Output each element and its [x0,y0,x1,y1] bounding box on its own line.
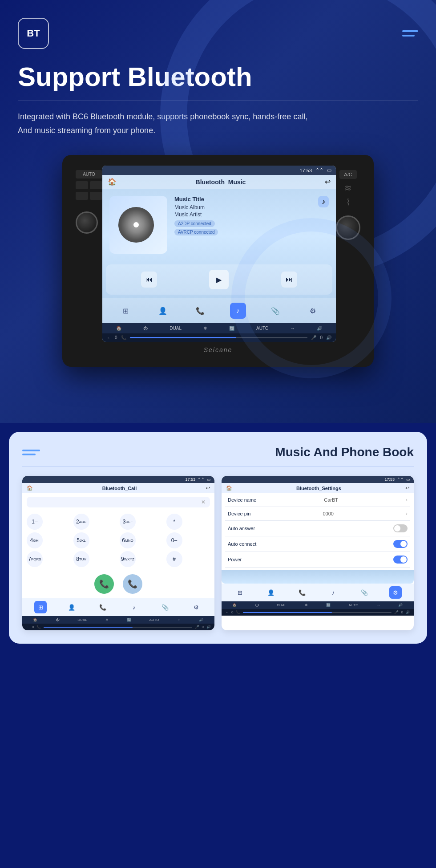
nav-clip-icon[interactable]: 📎 [267,303,283,319]
call-home-icon[interactable]: 🏠 [27,485,33,491]
mini-nav-gear[interactable]: ⚙ [190,601,202,613]
mini-nav-phone[interactable]: 📞 [97,601,109,613]
sys-home[interactable]: 🏠 [116,326,121,331]
mini-nav-grid[interactable]: ⊞ [34,601,47,613]
sys-frost[interactable]: ❄ [203,326,207,331]
cvb-phone: 📞 [36,625,41,629]
ss-arrow[interactable]: ↔ [377,603,380,607]
sn-contact[interactable]: 👤 [265,586,277,599]
sn-phone[interactable]: 📞 [296,586,308,599]
nav-phone-icon[interactable]: 📞 [192,303,208,319]
cvb-speaker[interactable]: 🔊 [206,625,211,629]
dial-star[interactable]: * [166,514,182,530]
device-pin-chevron[interactable]: › [406,511,408,517]
sys-arrow[interactable]: ↔ [291,326,295,331]
car-knob-left[interactable] [76,211,98,234]
card-divider [22,466,414,467]
dial-4[interactable]: 4GHI [27,532,43,548]
cs-home[interactable]: 🏠 [33,618,37,622]
dial-7[interactable]: 7PQRS [27,551,43,567]
settings-back-icon[interactable]: ↩ [405,485,409,491]
screen-navbar: 🏠 Bluetooth_Music ↩ [102,175,336,189]
settings-home-icon[interactable]: 🏠 [226,485,232,491]
ss-vol[interactable]: 🔊 [398,603,403,607]
call-back-icon[interactable]: ↩ [206,485,210,491]
car-knob-right[interactable] [336,215,360,240]
call-bottom-nav: ⊞ 👤 📞 ♪ 📎 ⚙ [22,598,214,616]
power-toggle[interactable] [393,556,408,564]
cvb-back[interactable]: ← [26,625,29,629]
ac-button[interactable]: A/C [339,170,356,179]
auto-answer-toggle[interactable] [393,524,408,532]
sn-music[interactable]: ♪ [327,586,339,599]
vol-speaker-icon[interactable]: 🔊 [326,335,331,340]
settings-navbar: 🏠 Bluetooth_Settings ↩ [222,483,414,493]
cs-frost[interactable]: ❄ [105,618,109,622]
cs-power[interactable]: ⏻ [56,618,59,622]
car-btn-bottom-left[interactable] [76,192,88,200]
dial-1[interactable]: 1– [27,514,43,530]
auto-connect-toggle[interactable] [393,540,408,548]
screen-nav-title: Bluetooth_Music [117,178,325,186]
sys-vol[interactable]: 🔊 [317,326,322,331]
dial-9[interactable]: 9WXYZ [120,551,136,567]
mini-nav-contact[interactable]: 👤 [65,601,78,613]
play-button[interactable]: ▶ [209,270,229,289]
screen-content: 17:53 ⌃⌃ ▭ 🏠 Bluetooth_Music ↩ [102,166,336,342]
menu-button[interactable] [402,30,418,37]
sys-power[interactable]: ⏻ [143,326,148,331]
auto-connect-toggle-thumb [400,541,407,547]
settings-vol-track[interactable] [243,612,391,613]
car-btn-top-left[interactable] [76,181,88,189]
cs-vol[interactable]: 🔊 [199,618,203,622]
sn-gear[interactable]: ⚙ [389,586,402,599]
vol-back-icon[interactable]: ← [107,335,111,340]
back-icon[interactable]: ↩ [325,178,331,186]
car-unit-mockup: AUTO 17:53 [62,155,374,367]
car-btn-bottom-right[interactable] [90,192,102,200]
music-album: Music Album [174,204,220,211]
sn-clip[interactable]: 📎 [358,586,371,599]
mini-nav-clip[interactable]: 📎 [159,601,171,613]
ss-home[interactable]: 🏠 [232,603,237,607]
mini-nav-music[interactable]: ♪ [128,601,140,613]
device-name-chevron[interactable]: › [406,497,408,503]
dial-6[interactable]: 6MNO [120,532,136,548]
wifi-icon: ⌃⌃ [315,167,323,173]
car-unit-outer: AUTO 17:53 [62,155,374,367]
ss-frost[interactable]: ❄ [305,603,308,607]
vol-track[interactable] [130,337,308,338]
dial-hash[interactable]: # [166,551,182,567]
cs-arrow[interactable]: ↔ [178,618,181,622]
call-vol-track[interactable] [44,627,192,628]
cs-recycle[interactable]: 🔄 [127,618,131,622]
call-green-button[interactable]: 📞 [94,574,114,594]
cvb-zero-r: 0 [202,625,204,629]
car-btn-top-right[interactable] [90,181,102,189]
next-button[interactable]: ⏭ [281,272,297,288]
sn-grid[interactable]: ⊞ [234,586,246,599]
svb-back[interactable]: ← [225,610,229,614]
nav-gear-icon[interactable]: ⚙ [305,303,321,319]
call-blue-button[interactable]: 📞 [123,574,142,594]
svb-speaker[interactable]: 🔊 [406,610,410,614]
dial-5[interactable]: 5JKL [73,532,89,548]
dial-0[interactable]: 0– [166,532,182,548]
nav-music-icon[interactable]: ♪ [230,303,246,319]
car-left-controls: AUTO [76,166,102,234]
vinyl-hole [133,222,139,227]
auto-button[interactable]: AUTO [76,170,102,178]
nav-contact-icon[interactable]: 👤 [155,303,171,319]
sys-recycle[interactable]: 🔄 [229,326,234,331]
music-controls: ⏮ ▶ ⏭ [106,264,332,295]
ss-recycle[interactable]: 🔄 [326,603,331,607]
music-note-badge: ♪ [318,196,329,207]
dial-3[interactable]: 3DEF [120,514,136,530]
ss-power[interactable]: ⏻ [255,603,258,607]
dial-8[interactable]: 8TUV [73,551,89,567]
nav-grid-icon[interactable]: ⊞ [117,303,133,319]
dial-2[interactable]: 2ABC [73,514,89,530]
prev-button[interactable]: ⏮ [141,272,157,288]
call-clear-button[interactable]: ✕ [201,499,206,505]
home-icon[interactable]: 🏠 [108,178,117,186]
